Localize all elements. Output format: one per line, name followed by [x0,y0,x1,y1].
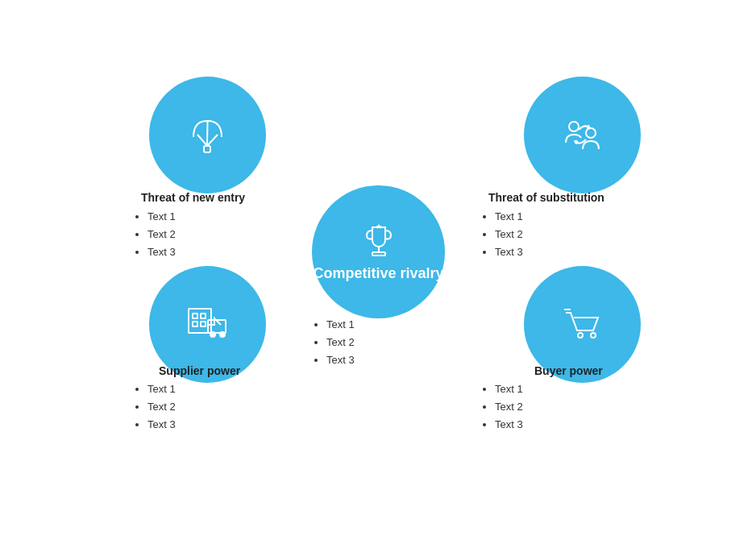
center-list: Text 1 Text 2 Text 3 [312,316,355,369]
new-entry-label: Threat of new entry [141,191,245,204]
supplier-label: Supplier power [159,364,240,377]
svg-point-19 [591,333,596,338]
center-circle: Competitive rivalry [312,185,445,318]
list-item: Text 1 [147,380,176,398]
new-entry-list: Text 1 Text 2 Text 3 [133,208,176,261]
svg-point-7 [569,122,579,131]
svg-rect-10 [193,314,197,318]
svg-rect-13 [201,322,206,326]
new-entry-circle [149,77,266,193]
svg-line-5 [207,135,218,146]
list-item: Text 1 [495,380,523,398]
center-label: Competitive rivalry [313,264,443,283]
substitution-list: Text 1 Text 2 Text 3 [480,208,523,261]
list-item: Text 3 [495,243,523,261]
list-item: Text 1 [147,208,176,226]
list-item: Text 3 [147,416,176,434]
svg-point-18 [578,333,583,338]
svg-marker-2 [376,223,381,229]
substitution-circle [524,77,641,193]
svg-point-8 [586,128,596,138]
svg-rect-12 [193,322,197,326]
supplier-list: Text 1 Text 2 Text 3 [133,380,176,434]
svg-line-4 [207,121,208,146]
list-item: Text 1 [495,208,523,226]
diagram: Competitive rivalry Threat of new entry … [0,0,756,536]
svg-line-3 [197,135,207,146]
list-item: Text 2 [326,334,355,351]
buyer-list: Text 1 Text 2 Text 3 [480,380,523,434]
list-item: Text 2 [147,226,176,243]
list-item: Text 1 [326,316,355,334]
svg-rect-11 [201,314,206,318]
svg-point-16 [220,332,225,337]
svg-rect-6 [204,146,210,152]
list-item: Text 3 [326,351,355,369]
svg-rect-1 [372,252,385,256]
svg-point-15 [210,332,215,337]
list-item: Text 2 [495,398,523,416]
list-item: Text 2 [147,398,176,416]
substitution-label: Threat of substitution [488,191,604,204]
list-item: Text 3 [147,243,176,261]
list-item: Text 3 [495,416,523,434]
buyer-label: Buyer power [534,364,603,377]
list-item: Text 2 [495,226,523,243]
